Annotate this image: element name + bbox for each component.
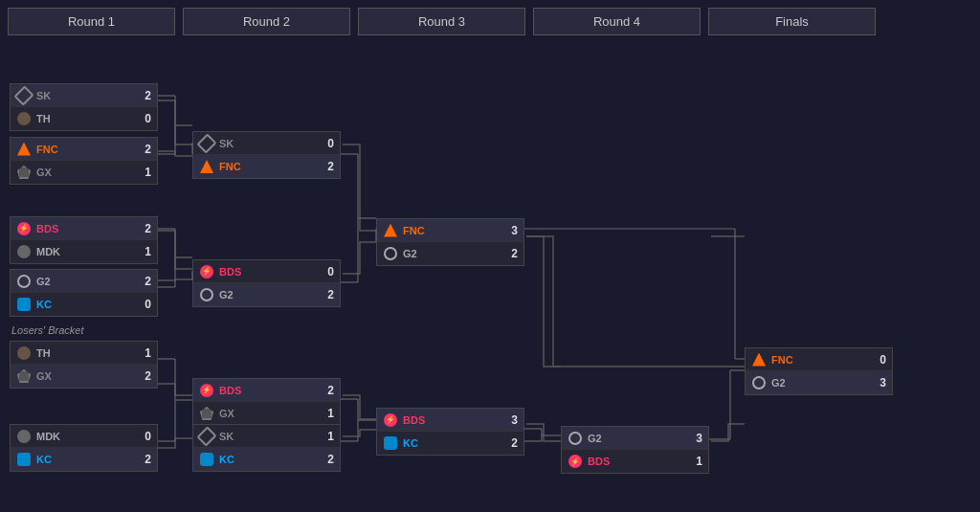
team-name: KC — [36, 454, 138, 465]
r2-match-2: BDS 0 G2 2 — [192, 259, 341, 307]
team-score: 0 — [138, 430, 151, 443]
g2-icon — [751, 375, 767, 390]
team-name: BDS — [219, 266, 321, 278]
r4-match-1: G2 3 BDS 1 — [561, 426, 709, 474]
team-name: MDK — [36, 431, 138, 442]
team-row: TH 1 — [11, 342, 157, 365]
team-row: MDK 0 — [11, 425, 157, 448]
team-score: 3 — [689, 432, 702, 445]
gx-icon — [16, 165, 32, 180]
sk-icon — [16, 88, 32, 103]
round-3-header: Round 3 — [358, 8, 525, 35]
team-row: GX 2 — [11, 365, 157, 388]
team-row: TH 0 — [11, 107, 157, 130]
team-row: BDS 0 — [193, 260, 340, 283]
team-score: 1 — [138, 166, 151, 179]
team-name: SK — [36, 90, 138, 101]
team-name: G2 — [36, 276, 138, 287]
team-name: KC — [403, 437, 504, 449]
team-name: FNC — [403, 225, 504, 236]
sk-icon — [199, 136, 214, 151]
team-name: BDS — [588, 456, 689, 467]
mdk-icon — [16, 244, 32, 259]
team-row: GX 1 — [11, 161, 157, 184]
team-name: G2 — [771, 377, 873, 389]
finals-match: FNC 0 G2 3 — [745, 347, 893, 395]
team-score: 3 — [504, 224, 518, 237]
r2-losers-match-2: SK 1 KC 2 — [192, 424, 341, 472]
team-score: 0 — [321, 137, 334, 150]
bds-icon — [199, 383, 214, 398]
fnc-icon — [199, 159, 214, 174]
team-name: GX — [219, 408, 321, 419]
kc-icon — [16, 452, 32, 467]
team-score: 0 — [321, 265, 334, 278]
team-row: BDS 3 — [377, 409, 523, 432]
team-score: 2 — [138, 222, 151, 235]
kc-icon — [199, 452, 214, 467]
team-score: 2 — [138, 275, 151, 288]
r3-losers-match: BDS 3 KC 2 — [376, 408, 524, 456]
team-row: G2 2 — [193, 283, 340, 306]
team-score: 0 — [873, 353, 886, 367]
round-4-header: Round 4 — [533, 8, 701, 35]
kc-icon — [383, 435, 398, 451]
team-row: BDS 2 — [11, 217, 157, 240]
team-score: 1 — [138, 245, 151, 258]
team-row: G2 3 — [746, 371, 892, 394]
team-score: 1 — [321, 430, 334, 443]
team-row: SK 2 — [11, 84, 157, 107]
team-score: 2 — [504, 436, 518, 450]
team-row: FNC 2 — [11, 138, 157, 161]
team-score: 3 — [504, 413, 518, 427]
mdk-icon — [16, 429, 32, 444]
bds-icon — [383, 412, 398, 428]
gx-icon — [16, 368, 32, 384]
team-row: KC 0 — [11, 293, 157, 316]
team-score: 2 — [504, 247, 518, 260]
team-name: SK — [219, 138, 321, 149]
r1-match-3: BDS 2 MDK 1 — [10, 216, 158, 264]
team-row: G2 2 — [11, 270, 157, 293]
bds-icon — [16, 221, 32, 236]
team-row: SK 1 — [193, 425, 340, 448]
team-name: BDS — [219, 385, 321, 396]
th-icon — [16, 345, 32, 361]
r1-losers-match-2: MDK 0 KC 2 — [10, 424, 158, 472]
team-name: BDS — [36, 223, 138, 234]
team-name: FNC — [36, 144, 138, 155]
kc-icon — [16, 297, 32, 312]
team-score: 3 — [873, 376, 886, 390]
r1-match-4: G2 2 KC 0 — [10, 269, 158, 317]
team-name: BDS — [403, 414, 504, 426]
team-name: FNC — [771, 354, 873, 366]
bds-icon — [199, 264, 214, 279]
fnc-icon — [751, 352, 767, 367]
r2-losers-match-1: BDS 2 GX 1 — [192, 378, 341, 426]
team-score: 2 — [138, 89, 151, 102]
fnc-icon — [16, 142, 32, 157]
fnc-icon — [383, 223, 398, 238]
r2-match-1: SK 0 FNC 2 — [192, 131, 341, 179]
team-name: KC — [36, 299, 138, 310]
g2-icon — [568, 431, 583, 446]
team-row: KC 2 — [11, 448, 157, 471]
team-row: KC 2 — [377, 432, 523, 455]
round-1-header: Round 1 — [8, 8, 175, 35]
gx-icon — [199, 406, 214, 421]
team-name: MDK — [36, 246, 138, 257]
team-row: BDS 2 — [193, 379, 340, 402]
r1-match-1: SK 2 TH 0 — [10, 83, 158, 131]
team-row: MDK 1 — [11, 240, 157, 263]
round-2-header: Round 2 — [183, 8, 350, 35]
team-row: KC 2 — [193, 448, 340, 471]
team-score: 2 — [138, 143, 151, 156]
team-row: G2 3 — [562, 427, 708, 450]
team-row: FNC 0 — [746, 348, 892, 371]
g2-icon — [383, 246, 398, 261]
team-row: GX 1 — [193, 402, 340, 425]
team-score: 2 — [321, 288, 334, 301]
team-name: SK — [219, 431, 321, 442]
round-finals-header: Finals — [708, 8, 876, 35]
team-score: 2 — [321, 160, 334, 173]
